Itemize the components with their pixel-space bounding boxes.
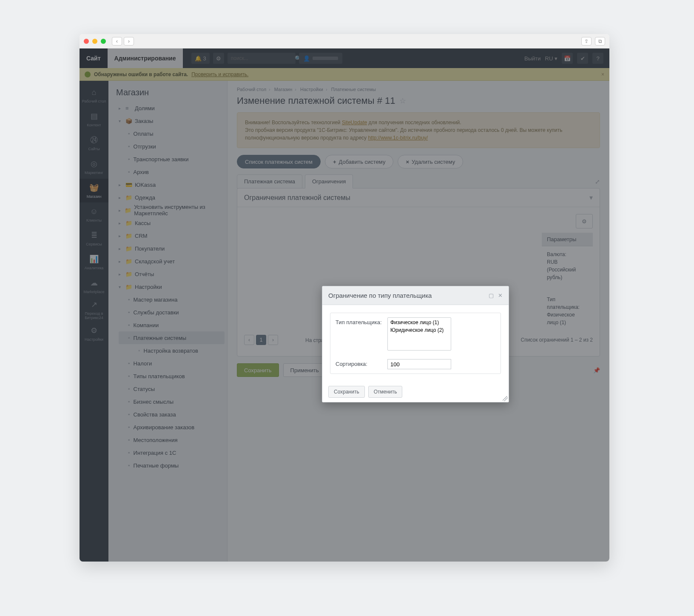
window-close-icon[interactable] <box>84 39 89 44</box>
sort-input[interactable] <box>387 359 451 369</box>
dialog-title: Ограничение по типу плательщика <box>328 292 432 299</box>
dialog-resize-handle[interactable] <box>503 396 508 401</box>
dialog-header[interactable]: Ограничение по типу плательщика ▢ ✕ <box>322 286 509 305</box>
browser-window: ‹ › ⇪ ⧉ Сайт Администрирование 🔔 3 ⚙ 🔍 👤… <box>80 34 609 562</box>
payer-type-select[interactable]: Физическое лицо (1) Юридическое лицо (2) <box>387 317 451 351</box>
nav-back-button[interactable]: ‹ <box>112 37 122 46</box>
browser-titlebar: ‹ › ⇪ ⧉ <box>80 34 609 48</box>
nav-forward-button[interactable]: › <box>124 37 134 46</box>
payer-type-label: Тип плательщика: <box>336 317 387 325</box>
dialog-save-button[interactable]: Сохранить <box>328 386 365 398</box>
window-minimize-icon[interactable] <box>92 39 97 44</box>
tabs-icon[interactable]: ⧉ <box>595 37 605 46</box>
window-zoom-icon[interactable] <box>101 39 106 44</box>
dialog-close-icon[interactable]: ✕ <box>498 292 503 299</box>
dialog-cancel-button[interactable]: Отменить <box>368 386 403 398</box>
sort-label: Сортировка: <box>336 359 387 367</box>
dialog-maximize-icon[interactable]: ▢ <box>489 292 494 299</box>
payer-type-dialog: Ограничение по типу плательщика ▢ ✕ Тип … <box>322 286 509 402</box>
share-icon[interactable]: ⇪ <box>581 37 592 46</box>
